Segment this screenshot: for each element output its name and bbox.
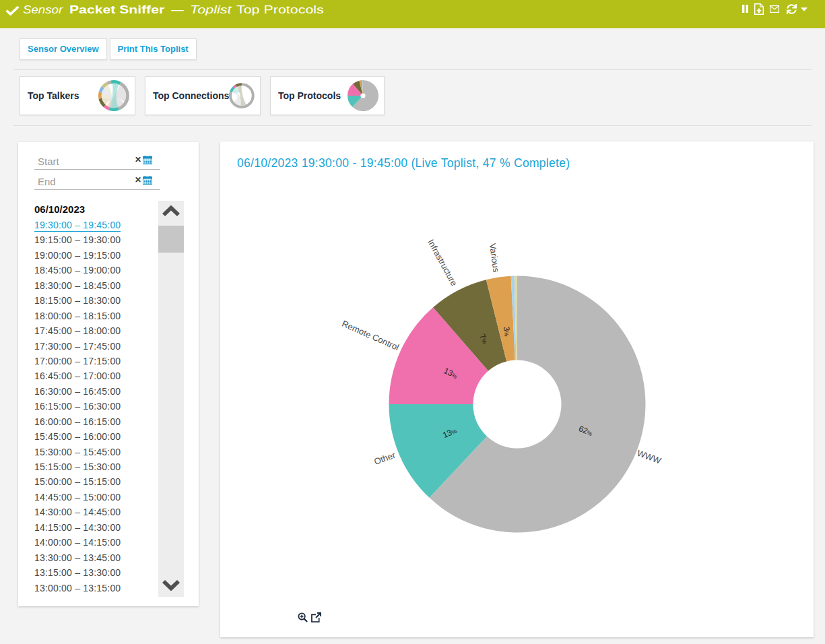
- svg-text:WWW: WWW: [636, 448, 663, 466]
- svg-text:Various: Various: [488, 243, 502, 273]
- svg-text:Other: Other: [372, 449, 397, 466]
- svg-text:Infrastructure: Infrastructure: [426, 238, 459, 288]
- svg-text:Remote Control: Remote Control: [341, 319, 401, 353]
